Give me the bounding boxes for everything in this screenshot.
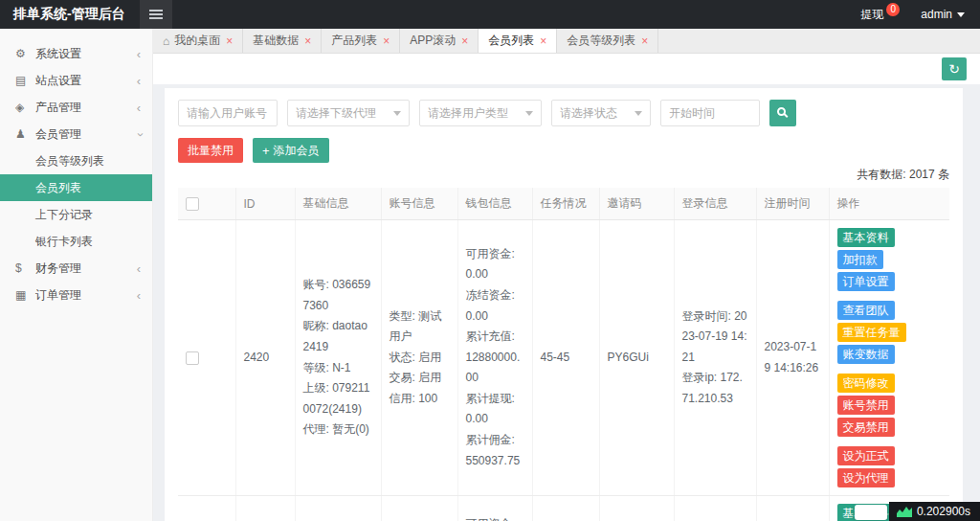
sidebar-item-member-level-list[interactable]: 会员等级列表 <box>0 147 152 174</box>
cell-task: 45-45 <box>532 220 599 496</box>
performance-indicator: 0.202900s <box>855 502 980 521</box>
user-type-select-value: 请选择用户类型 <box>428 105 508 122</box>
op-button[interactable]: 加扣款 <box>837 250 883 269</box>
gear-icon: ⚙ <box>15 47 35 60</box>
cell-account-info <box>381 496 457 521</box>
op-button[interactable]: 设为正式 <box>837 446 895 465</box>
close-icon[interactable]: × <box>641 34 648 48</box>
cell-basic-info: 账号: 0366597360昵称: daotao2419等级: N-1上级: 0… <box>295 220 381 496</box>
chevron-icon: ‹ <box>137 47 141 61</box>
op-button[interactable]: 账变数据 <box>837 345 895 364</box>
sidebar-menu: ⚙系统设置‹▤站点设置‹◈产品管理‹♟会员管理‹会员等级列表会员列表上下分记录银… <box>0 29 152 308</box>
orders-icon: ▦ <box>15 288 35 302</box>
sidebar-item-finance-management[interactable]: $财务管理‹ <box>0 255 152 282</box>
op-button[interactable]: 密码修改 <box>837 374 895 393</box>
cell-register-time: 2023-07-19 14:16:26 <box>756 220 829 496</box>
caret-down-icon <box>957 12 965 17</box>
sidebar-item-member-list[interactable]: 会员列表 <box>0 174 152 201</box>
add-member-button[interactable]: + 添加会员 <box>253 138 329 163</box>
sidebar-item-bank-card-list[interactable]: 银行卡列表 <box>0 228 152 255</box>
sidebar: ⚙系统设置‹▤站点设置‹◈产品管理‹♟会员管理‹会员等级列表会员列表上下分记录银… <box>0 29 153 521</box>
table-row: 2420账号: 0366597360昵称: daotao2419等级: N-1上… <box>178 220 949 496</box>
agent-select-value: 请选择下级代理 <box>296 105 376 122</box>
agent-select[interactable]: 请选择下级代理 <box>287 100 410 126</box>
op-button[interactable]: 查看团队 <box>837 301 895 320</box>
close-icon[interactable]: × <box>383 34 390 48</box>
user-menu[interactable]: admin <box>921 8 965 21</box>
table-body: 2420账号: 0366597360昵称: daotao2419等级: N-1上… <box>178 220 949 521</box>
op-button[interactable]: 交易禁用 <box>837 418 895 437</box>
table-row: 可用资金: 0.00基本资料加扣款订单设置 <box>178 496 949 521</box>
app-title: 排单系统-管理后台 <box>0 6 140 23</box>
cell-id <box>235 496 295 521</box>
cell-task <box>532 496 599 521</box>
tab-member-level-list[interactable]: 会员等级列表× <box>557 29 658 53</box>
sidebar-item-order-management[interactable]: ▦订单管理‹ <box>0 282 152 308</box>
caret-down-icon <box>635 111 642 116</box>
chevron-icon: ‹ <box>137 74 141 88</box>
column-header: ID <box>235 188 295 220</box>
refresh-button[interactable]: ↻ <box>942 57 967 80</box>
cell-register-time <box>756 496 829 521</box>
withdraw-badge: 0 <box>886 3 900 16</box>
chevron-icon: ‹ <box>137 101 141 115</box>
menu-toggle-button[interactable] <box>140 0 172 29</box>
close-icon[interactable]: × <box>461 34 468 48</box>
withdraw-label: 提现 <box>860 7 883 23</box>
tab-product-list[interactable]: 产品列表× <box>322 29 400 53</box>
sidebar-item-site-settings[interactable]: ▤站点设置‹ <box>0 67 152 94</box>
refresh-icon: ↻ <box>948 61 960 77</box>
search-icon <box>777 107 786 116</box>
column-header: 钱包信息 <box>457 188 532 220</box>
close-icon[interactable]: × <box>540 34 546 48</box>
row-checkbox-cell <box>178 220 235 496</box>
cell-id: 2420 <box>235 220 295 496</box>
op-button[interactable]: 重置任务量 <box>837 323 906 342</box>
header-checkbox-cell <box>178 188 235 220</box>
sidebar-item-updown-records[interactable]: 上下分记录 <box>0 201 152 228</box>
cell-account-info: 类型: 测试用户状态: 启用交易: 启用信用: 100 <box>381 220 457 496</box>
chevron-icon: ‹ <box>137 288 141 303</box>
column-header: 任务情况 <box>532 188 599 220</box>
op-button[interactable]: 订单设置 <box>837 272 895 291</box>
status-select[interactable]: 请选择状态 <box>551 100 651 126</box>
caret-down-icon <box>525 111 533 116</box>
tab-app-scroll[interactable]: APP滚动× <box>400 29 479 53</box>
username: admin <box>921 8 952 21</box>
account-input[interactable] <box>178 100 278 126</box>
search-button[interactable] <box>769 100 796 126</box>
filter-bar: 请选择下级代理 请选择用户类型 请选择状态 <box>178 100 949 126</box>
home-icon: ⌂ <box>163 34 169 48</box>
batch-disable-button[interactable]: 批量禁用 <box>178 138 243 163</box>
tab-basic-data[interactable]: 基础数据× <box>243 29 322 53</box>
load-time-value: 0.202900s <box>917 505 970 518</box>
chevron-icon: ‹ <box>137 261 141 276</box>
sidebar-item-product-management[interactable]: ◈产品管理‹ <box>0 94 152 121</box>
start-time-input[interactable] <box>660 100 760 126</box>
column-header: 邀请码 <box>599 188 674 220</box>
column-header: 操作 <box>829 188 949 220</box>
cell-operations: 基本资料加扣款订单设置查看团队重置任务量账变数据密码修改账号禁用交易禁用设为正式… <box>829 220 949 496</box>
cell-wallet-info: 可用资金: 0.00冻结资金: 0.00累计充值: 12880000.00累计提… <box>457 220 532 496</box>
close-icon[interactable]: × <box>304 34 311 48</box>
box-icon: ◈ <box>15 101 35 114</box>
tab-desktop[interactable]: ⌂我的桌面× <box>153 29 243 53</box>
select-all-checkbox[interactable] <box>186 197 199 211</box>
users-icon: ♟ <box>15 127 35 141</box>
row-checkbox[interactable] <box>186 351 199 365</box>
op-button[interactable]: 设为代理 <box>837 468 895 487</box>
members-table: ID基础信息账号信息钱包信息任务情况邀请码登录信息注册时间操作 2420账号: … <box>178 188 949 521</box>
op-button[interactable]: 基本资料 <box>837 228 895 247</box>
cell-login-info: 登录时间: 2023-07-19 14:21登录ip: 172.71.210.5… <box>674 220 756 496</box>
op-button[interactable]: 账号禁用 <box>837 396 895 415</box>
sidebar-item-member-management[interactable]: ♟会员管理‹ <box>0 121 152 147</box>
member-list-panel: 请选择下级代理 请选择用户类型 请选择状态 批量禁用 + 添加会员 共有数据: … <box>165 88 963 521</box>
load-time-badge: 0.202900s <box>889 502 980 521</box>
row-checkbox-cell <box>178 496 235 521</box>
user-type-select[interactable]: 请选择用户类型 <box>419 100 542 126</box>
close-icon[interactable]: × <box>226 34 233 48</box>
white-card-stub <box>855 505 887 520</box>
withdraw-button[interactable]: 提现 0 <box>860 7 900 23</box>
sidebar-item-system-settings[interactable]: ⚙系统设置‹ <box>0 40 152 67</box>
tab-member-list[interactable]: 会员列表× <box>479 29 557 53</box>
